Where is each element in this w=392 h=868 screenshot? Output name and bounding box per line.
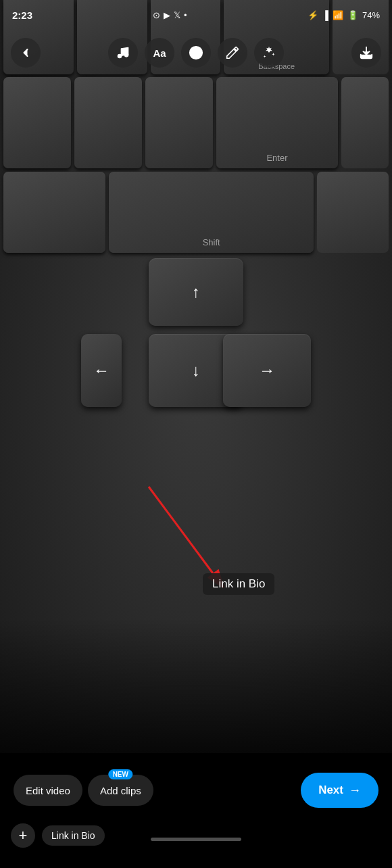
wifi-icon: 📶 xyxy=(333,10,343,20)
instagram-icon: ⊙ xyxy=(153,10,160,20)
key-arrow-right: → xyxy=(223,334,311,407)
text-icon: Aa xyxy=(153,47,166,59)
key-r3-end xyxy=(317,172,389,253)
red-arrow-svg xyxy=(108,473,257,588)
signal-bars-icon: ▐ xyxy=(322,10,328,20)
key-arrow-up: ↑ xyxy=(149,258,243,326)
battery-percent: 74% xyxy=(362,10,380,20)
status-right: ⚡ ▐ 📶 🔋 74% xyxy=(308,10,380,20)
key-r2-1 xyxy=(3,77,71,168)
svg-point-4 xyxy=(197,51,199,52)
tags-strip: + Link in Bio xyxy=(0,821,392,850)
draw-button[interactable] xyxy=(218,38,247,68)
key-enter: Enter xyxy=(216,77,338,168)
status-bar: 2:23 ⊙ ▶ 𝕏 • ⚡ ▐ 📶 🔋 74% xyxy=(0,0,392,30)
image-bottom-gradient xyxy=(0,618,392,753)
keyboard-row-3: Shift xyxy=(0,172,392,253)
svg-line-7 xyxy=(149,487,213,573)
status-icons: ⊙ ▶ 𝕏 • xyxy=(153,10,187,20)
signal-icon: • xyxy=(184,10,187,20)
top-toolbar: Aa xyxy=(0,30,392,76)
annotation-container: Link in Bio xyxy=(108,473,257,591)
next-arrow-icon: → xyxy=(349,783,361,798)
tag-add-button[interactable]: + xyxy=(11,823,35,848)
bottom-actions: Edit video NEW Add clips Next → xyxy=(0,753,392,827)
svg-point-0 xyxy=(118,55,122,58)
key-question xyxy=(3,172,105,253)
status-time: 2:23 xyxy=(12,9,32,21)
key-r2-2 xyxy=(74,77,142,168)
text-button[interactable]: Aa xyxy=(145,38,174,68)
svg-point-2 xyxy=(190,47,202,59)
toolbar-center-icons: Aa xyxy=(108,38,284,68)
edit-video-label: Edit video xyxy=(26,785,70,796)
key-shift: Shift xyxy=(109,172,314,253)
key-arrow-left-partial: ← xyxy=(81,334,122,407)
effects-button[interactable] xyxy=(254,38,284,68)
keyboard-background: Backspace Enter Shift ↑ xyxy=(0,0,392,753)
music-button[interactable] xyxy=(108,38,138,68)
battery-icon: 🔋 xyxy=(347,10,358,20)
key-r2-3 xyxy=(145,77,213,168)
add-clips-label: Add clips xyxy=(100,785,141,796)
image-area: Backspace Enter Shift ↑ xyxy=(0,0,392,753)
keyboard-row-2: Enter xyxy=(0,77,392,168)
download-button[interactable] xyxy=(351,38,381,68)
tag-chip-link-in-bio[interactable]: Link in Bio xyxy=(42,825,105,846)
add-clips-button[interactable]: NEW Add clips xyxy=(88,775,153,806)
emoji-button[interactable] xyxy=(181,38,211,68)
back-button[interactable] xyxy=(11,38,41,68)
svg-point-3 xyxy=(193,51,195,52)
key-r2-end xyxy=(341,77,389,168)
bottom-bar: Edit video NEW Add clips Next → xyxy=(0,753,392,868)
edit-video-button[interactable]: Edit video xyxy=(14,775,82,806)
annotation-label: Link in Bio xyxy=(203,573,274,595)
bluetooth-icon: ⚡ xyxy=(308,10,318,20)
next-label: Next xyxy=(318,783,343,797)
new-badge: NEW xyxy=(109,769,132,779)
plus-icon: + xyxy=(19,827,28,844)
twitter-icon: 𝕏 xyxy=(174,10,180,20)
svg-point-1 xyxy=(125,53,128,57)
bottom-left-actions: Edit video NEW Add clips xyxy=(14,775,153,806)
arrow-keys-section: ↑ ↓ → ← xyxy=(81,258,311,407)
next-button[interactable]: Next → xyxy=(301,773,378,808)
youtube-icon: ▶ xyxy=(164,10,170,20)
